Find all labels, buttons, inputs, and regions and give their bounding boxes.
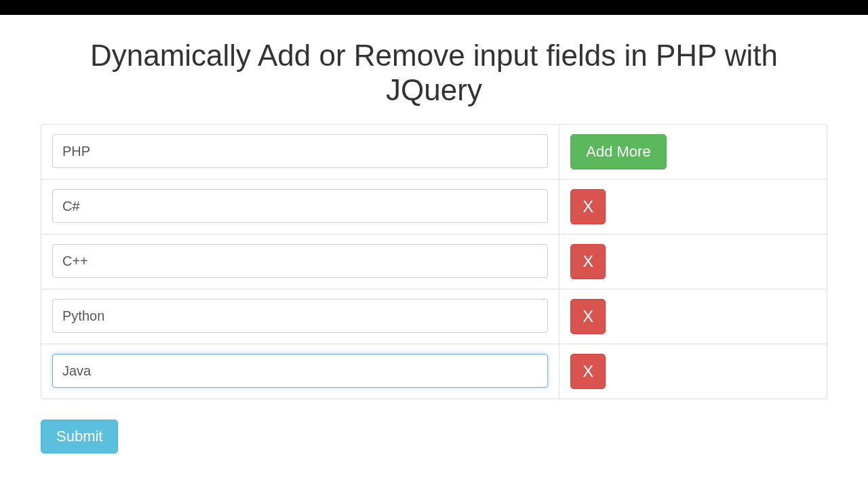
table-row: X: [41, 234, 827, 289]
page-title: Dynamically Add or Remove input fields i…: [41, 39, 827, 107]
field-input[interactable]: [52, 189, 548, 223]
table-row: X: [41, 344, 827, 399]
add-more-button[interactable]: Add More: [570, 134, 666, 169]
fields-table: Add MoreXXXX: [41, 124, 827, 399]
action-cell: X: [559, 344, 827, 399]
field-input[interactable]: [52, 354, 548, 388]
remove-button[interactable]: X: [570, 299, 606, 334]
table-row: X: [41, 289, 827, 344]
input-cell: [41, 179, 559, 234]
input-cell: [41, 234, 559, 289]
table-row: X: [41, 179, 827, 234]
field-input[interactable]: [52, 244, 548, 278]
field-input[interactable]: [52, 134, 548, 168]
action-cell: X: [559, 289, 827, 344]
remove-button[interactable]: X: [570, 354, 606, 389]
remove-button[interactable]: X: [570, 244, 606, 279]
submit-button[interactable]: Submit: [41, 420, 118, 453]
action-cell: Add More: [559, 125, 827, 179]
field-input[interactable]: [52, 299, 548, 333]
remove-button[interactable]: X: [570, 189, 606, 224]
input-cell: [41, 344, 559, 399]
table-row: Add More: [41, 125, 827, 179]
input-cell: [41, 289, 559, 344]
input-cell: [41, 125, 559, 179]
action-cell: X: [559, 234, 827, 289]
action-cell: X: [559, 179, 827, 234]
